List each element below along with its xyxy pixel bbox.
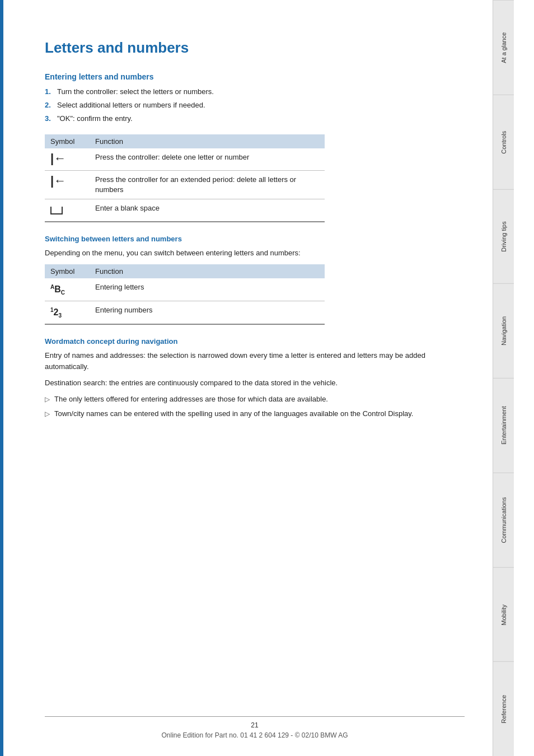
function-delete1: Press the controller: delete one letter … — [90, 148, 325, 171]
function-delete2: Press the controller for an extended per… — [90, 170, 325, 199]
symbol-abc: ABC — [45, 278, 90, 301]
step-2-text: Select additional letters or numbers if … — [57, 100, 205, 110]
tab-driving-tips[interactable]: Driving tips — [493, 189, 514, 284]
tab-driving-tips-label: Driving tips — [500, 221, 507, 251]
arrow-icon-1: ▷ — [45, 395, 50, 404]
page-container: Letters and numbers Entering letters and… — [0, 0, 534, 756]
tab-at-a-glance-label: At a glance — [500, 32, 507, 63]
step-2: 2. Select additional letters or numbers … — [45, 100, 470, 110]
tab-at-a-glance[interactable]: At a glance — [493, 0, 514, 95]
tab-entertainment-label: Entertainment — [500, 407, 507, 445]
bullet-2: ▷ Town/city names can be entered with th… — [45, 409, 470, 419]
table-row: 123 Entering numbers — [45, 301, 325, 325]
tab-mobility[interactable]: Mobility — [493, 567, 514, 662]
switching-body: Depending on the menu, you can switch be… — [45, 248, 470, 259]
step-3-num: 3. — [45, 114, 55, 124]
function-abc: Entering letters — [90, 278, 325, 301]
step-2-num: 2. — [45, 100, 55, 110]
entering-col2: Function — [90, 134, 325, 148]
step-1-num: 1. — [45, 87, 55, 97]
tab-communications-label: Communications — [500, 497, 507, 543]
bullet-1-text: The only letters offered for entering ad… — [54, 394, 328, 404]
tab-mobility-label: Mobility — [500, 604, 507, 625]
table-row: |← Press the controller for an extended … — [45, 170, 325, 199]
arrow-icon-2: ▷ — [45, 409, 50, 419]
table-row: ABC Entering letters — [45, 278, 325, 301]
table-row: Enter a blank space — [45, 199, 325, 222]
main-content: Letters and numbers Entering letters and… — [0, 0, 493, 756]
tab-reference-label: Reference — [500, 695, 507, 724]
switching-heading: Switching between letters and numbers — [45, 235, 470, 243]
symbol-123: 123 — [45, 301, 90, 325]
symbol-delete2: |← — [45, 170, 90, 199]
symbol-delete1: |← — [45, 148, 90, 171]
entering-col1: Symbol — [45, 134, 90, 148]
function-123: Entering numbers — [90, 301, 325, 325]
wordmatch-bullets: ▷ The only letters offered for entering … — [45, 394, 470, 419]
entering-steps: 1. Turn the controller: select the lette… — [45, 87, 470, 124]
switching-col1: Symbol — [45, 264, 90, 278]
wordmatch-heading: Wordmatch concept during navigation — [45, 337, 470, 346]
sidebar-tabs: At a glance Controls Driving tips Naviga… — [493, 0, 514, 756]
tab-communications[interactable]: Communications — [493, 473, 514, 567]
function-blank: Enter a blank space — [90, 199, 325, 222]
switching-table: Symbol Function ABC Entering letters 123… — [45, 264, 325, 325]
entering-table: Symbol Function |← Press the controller:… — [45, 134, 325, 223]
step-1-text: Turn the controller: select the letters … — [57, 87, 214, 97]
tab-entertainment[interactable]: Entertainment — [493, 378, 514, 473]
bullet-2-text: Town/city names can be entered with the … — [54, 409, 413, 419]
tab-navigation-label: Navigation — [500, 316, 507, 346]
bullet-1: ▷ The only letters offered for entering … — [45, 394, 470, 404]
step-1: 1. Turn the controller: select the lette… — [45, 87, 470, 97]
page-title: Letters and numbers — [45, 39, 470, 57]
table-row: |← Press the controller: delete one lett… — [45, 148, 325, 171]
tab-navigation[interactable]: Navigation — [493, 283, 514, 378]
tab-controls[interactable]: Controls — [493, 95, 514, 189]
footer-text: Online Edition for Part no. 01 41 2 604 … — [45, 731, 465, 739]
page-number: 21 — [45, 721, 465, 729]
tab-controls-label: Controls — [500, 130, 507, 153]
blank-space-icon — [50, 207, 63, 214]
symbol-blank — [45, 199, 90, 222]
wordmatch-body2: Destination search: the entries are cont… — [45, 377, 470, 389]
wordmatch-body1: Entry of names and addresses: the select… — [45, 350, 470, 372]
tab-reference[interactable]: Reference — [493, 661, 514, 756]
footer: 21 Online Edition for Part no. 01 41 2 6… — [45, 716, 465, 739]
switching-col2: Function — [90, 264, 325, 278]
entering-heading: Entering letters and numbers — [45, 72, 470, 81]
step-3-text: "OK": confirm the entry. — [57, 114, 133, 124]
step-3: 3. "OK": confirm the entry. — [45, 114, 470, 124]
